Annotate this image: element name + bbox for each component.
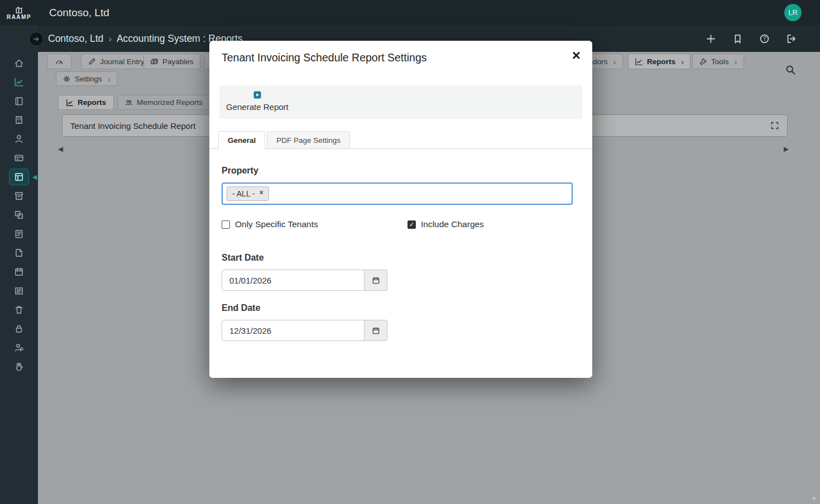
include-charges-checkbox[interactable]: ✓ <box>407 220 416 229</box>
accounting-icon <box>14 172 24 182</box>
sidebar-item-building[interactable] <box>7 111 31 129</box>
sidebar-toggle-button[interactable] <box>29 32 44 46</box>
app-logo: RAAMP <box>0 6 38 20</box>
plus-button[interactable] <box>706 33 716 44</box>
only-specific-tenants-group: Only Specific Tenants <box>222 219 318 229</box>
sidebar-item-file-edit[interactable] <box>7 243 31 262</box>
end-date-calendar-button[interactable] <box>365 320 387 341</box>
start-date-group <box>222 270 387 291</box>
raamp-logo-icon <box>13 6 25 14</box>
property-multiselect[interactable]: - ALL - × <box>222 183 573 205</box>
report-settings-dialog: Tenant Invoicing Schedule Report Setting… <box>209 41 592 378</box>
scrollbar-down-arrow[interactable]: ▼ <box>811 495 817 502</box>
help-button[interactable] <box>759 33 770 44</box>
arrow-right-icon <box>32 35 40 43</box>
property-label: Property <box>222 166 580 176</box>
chart-icon <box>14 77 24 87</box>
calendar-icon <box>372 276 380 285</box>
tab-general[interactable]: General <box>218 131 265 148</box>
sidebar-item-hand[interactable] <box>7 357 31 376</box>
calendar-icon <box>14 267 24 277</box>
sidebar-item-accounting[interactable]: ◄ <box>7 167 31 186</box>
generate-report-button[interactable]: Generate Report <box>225 88 290 114</box>
sidebar-item-calendar[interactable] <box>7 262 31 281</box>
sidebar-item-home[interactable] <box>7 54 31 73</box>
header-actions <box>706 26 797 52</box>
news-icon <box>14 286 24 296</box>
file-edit-icon <box>14 248 24 258</box>
sidebar-item-boxes[interactable] <box>7 205 31 224</box>
home-icon <box>14 58 24 68</box>
dialog-tabs: General PDF Page Settings <box>209 132 592 149</box>
logout-icon <box>786 33 797 44</box>
breadcrumb-separator: › <box>108 33 112 45</box>
start-date-calendar-button[interactable] <box>365 270 387 291</box>
sidebar-item-trash[interactable] <box>7 300 31 319</box>
logo-text: RAAMP <box>7 14 31 20</box>
dialog-title: Tenant Invoicing Schedule Report Setting… <box>222 51 426 64</box>
lock-icon <box>14 324 24 334</box>
play-icon <box>253 90 262 99</box>
trash-icon <box>14 305 24 315</box>
start-date-input[interactable] <box>222 270 365 291</box>
help-icon <box>759 33 770 44</box>
sidebar-item-news[interactable] <box>7 281 31 300</box>
generate-report-strip: Generate Report <box>219 85 582 119</box>
user-avatar[interactable]: LR <box>784 4 802 21</box>
sidebar-item-lock[interactable] <box>7 319 31 338</box>
bookmark-icon <box>732 33 743 44</box>
generate-report-label: Generate Report <box>226 102 289 112</box>
tab-pdf-page-settings[interactable]: PDF Page Settings <box>267 131 350 148</box>
include-charges-label: Include Charges <box>421 219 484 229</box>
calendar-icon <box>372 327 380 335</box>
checkbox-row: Only Specific Tenants ✓ Include Charges <box>222 219 580 229</box>
start-date-label: Start Date <box>222 253 580 263</box>
end-date-input[interactable] <box>222 320 365 341</box>
only-specific-tenants-label: Only Specific Tenants <box>235 219 318 229</box>
bookmark-button[interactable] <box>732 33 743 44</box>
property-tag-value: - ALL - <box>232 189 255 198</box>
sidebar-item-archive[interactable] <box>7 186 31 205</box>
boxes-icon <box>14 210 24 220</box>
only-specific-tenants-checkbox[interactable] <box>222 220 230 229</box>
sidebar-item-book[interactable] <box>7 92 31 111</box>
property-tag: - ALL - × <box>227 186 269 201</box>
company-title: Contoso, Ltd <box>49 7 109 19</box>
sidebar-item-user-gear[interactable] <box>7 338 31 357</box>
sidebar-item-chart[interactable] <box>7 73 31 92</box>
sidebar-item-ledger[interactable] <box>7 224 31 243</box>
include-charges-group: ✓ Include Charges <box>407 219 484 229</box>
book-icon <box>14 96 24 106</box>
person-icon <box>14 134 24 144</box>
active-item-arrow-icon: ◄ <box>31 172 39 181</box>
dialog-body: Property - ALL - × Only Specific Tenants… <box>222 149 580 341</box>
sidebar-item-card[interactable] <box>7 148 31 167</box>
sidebar-nav: ◄ <box>0 54 38 376</box>
breadcrumb-segment-company[interactable]: Contoso, Ltd <box>48 33 103 45</box>
building-icon <box>14 115 24 125</box>
end-date-group <box>222 320 387 341</box>
user-gear-icon <box>14 343 24 353</box>
top-bar: RAAMP Contoso, Ltd LR <box>0 0 820 26</box>
sidebar-item-person[interactable] <box>7 129 31 148</box>
end-date-label: End Date <box>222 303 580 313</box>
plus-icon <box>706 33 716 44</box>
archive-icon <box>14 191 24 201</box>
remove-tag-icon[interactable]: × <box>260 189 263 196</box>
close-button[interactable]: × <box>572 48 581 63</box>
ledger-icon <box>14 229 24 239</box>
card-icon <box>14 153 24 163</box>
sidebar: ◄ <box>0 26 38 504</box>
logout-button[interactable] <box>786 33 797 44</box>
hand-icon <box>14 362 24 372</box>
